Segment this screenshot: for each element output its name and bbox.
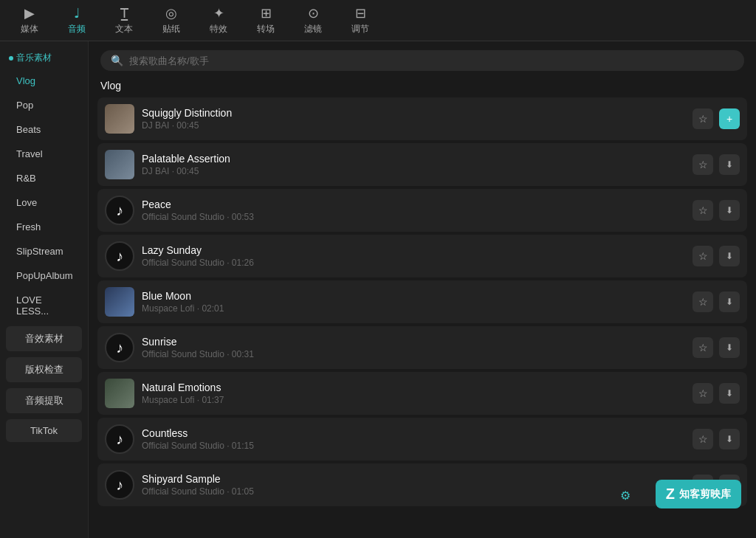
star-button[interactable]: ☆ bbox=[693, 383, 713, 404]
track-item[interactable]: Blue Moon Muspace Lofi · 02:01 ☆⬇ bbox=[97, 280, 747, 323]
sidebar-item-rnb[interactable]: R&B bbox=[4, 167, 83, 190]
add-button[interactable]: + bbox=[719, 108, 740, 129]
track-item[interactable]: ♪ Shipyard Sample Official Sound Studio … bbox=[97, 463, 747, 506]
sidebar: 音乐素材VlogPopBeatsTravelR&BLoveFreshSlipSt… bbox=[0, 41, 89, 538]
sidebar-item-popupalbum[interactable]: PopUpAlbum bbox=[4, 264, 83, 287]
track-info-lazy-sunday: Lazy Sunday Official Sound Studio · 01:2… bbox=[142, 244, 685, 268]
search-input[interactable] bbox=[129, 55, 734, 66]
star-button[interactable]: ☆ bbox=[693, 337, 713, 358]
toolbar-item-text[interactable]: T̲ 文本 bbox=[100, 1, 148, 40]
track-actions: ☆⬇ bbox=[693, 337, 740, 358]
toolbar-icon-transition: ⊞ bbox=[261, 5, 272, 21]
toolbar-item-media[interactable]: ▶ 媒体 bbox=[6, 1, 53, 40]
toolbar-label-media: 媒体 bbox=[21, 23, 38, 35]
track-info-squiggly: Squiggly Distinction DJ BAI · 00:45 bbox=[142, 107, 685, 131]
sidebar-item-slipstream[interactable]: SlipStream bbox=[4, 240, 83, 263]
download-button[interactable]: ⬇ bbox=[719, 337, 740, 358]
toolbar-icon-effects: ✦ bbox=[213, 5, 224, 21]
sidebar-section-header: 音乐素材 bbox=[0, 47, 88, 69]
track-meta: Official Sound Studio · 00:53 bbox=[142, 212, 685, 222]
toolbar-icon-text: T̲ bbox=[120, 5, 128, 21]
track-actions: ☆⬇ bbox=[693, 154, 740, 175]
star-button[interactable]: ☆ bbox=[693, 200, 713, 221]
track-meta: Official Sound Studio · 01:15 bbox=[142, 441, 685, 451]
download-button[interactable]: ⬇ bbox=[719, 154, 740, 175]
main-area: 音乐素材VlogPopBeatsTravelR&BLoveFreshSlipSt… bbox=[0, 41, 756, 538]
track-name: Sunrise bbox=[142, 336, 685, 348]
track-item[interactable]: Palatable Assertion DJ BAI · 00:45 ☆⬇ bbox=[97, 143, 747, 186]
star-button[interactable]: ☆ bbox=[693, 108, 713, 129]
sidebar-btn-extract[interactable]: 音频提取 bbox=[6, 388, 82, 413]
toolbar-item-effects[interactable]: ✦ 特效 bbox=[195, 1, 242, 40]
watermark-logo: Z bbox=[666, 486, 675, 503]
star-button[interactable]: ☆ bbox=[693, 246, 713, 266]
toolbar-label-filter: 滤镜 bbox=[304, 23, 322, 35]
star-button[interactable]: ☆ bbox=[693, 154, 713, 175]
track-actions: ☆⬇ bbox=[693, 200, 740, 221]
sidebar-item-loveless[interactable]: LOVE LESS... bbox=[4, 289, 83, 323]
toolbar-item-transition[interactable]: ⊞ 转场 bbox=[242, 1, 289, 40]
track-meta: Official Sound Studio · 00:31 bbox=[142, 349, 685, 359]
tiktok-icon: ♪ bbox=[116, 477, 123, 494]
track-name: Palatable Assertion bbox=[142, 153, 685, 165]
track-name: Blue Moon bbox=[142, 290, 685, 302]
sidebar-item-vlog[interactable]: Vlog bbox=[4, 69, 83, 92]
sidebar-item-beats[interactable]: Beats bbox=[4, 118, 83, 141]
section-dot bbox=[9, 56, 13, 61]
download-button[interactable]: ⬇ bbox=[719, 383, 740, 404]
gear-icon[interactable]: ⚙ bbox=[620, 489, 630, 503]
sidebar-btn-sfx[interactable]: 音效素材 bbox=[6, 326, 82, 351]
search-input-wrap[interactable]: 🔍 bbox=[100, 50, 744, 71]
toolbar-label-text: 文本 bbox=[115, 23, 133, 35]
sidebar-item-travel[interactable]: Travel bbox=[4, 142, 83, 165]
track-thumb-shipyard-sample: ♪ bbox=[105, 470, 134, 500]
download-button[interactable]: ⬇ bbox=[719, 200, 740, 221]
toolbar-icon-sticker: ◎ bbox=[165, 5, 177, 21]
track-item[interactable]: ♪ Sunrise Official Sound Studio · 00:31 … bbox=[97, 326, 747, 369]
sidebar-btn-copyright[interactable]: 版权检查 bbox=[6, 357, 82, 382]
toolbar-item-filter[interactable]: ⊙ 滤镜 bbox=[289, 1, 337, 40]
download-button[interactable]: ⬇ bbox=[719, 429, 740, 449]
star-button[interactable]: ☆ bbox=[693, 292, 713, 312]
track-thumb-sunrise: ♪ bbox=[105, 333, 134, 362]
section-title: Vlog bbox=[89, 77, 756, 97]
track-actions: ☆⬇ bbox=[693, 246, 740, 266]
track-name: Squiggly Distinction bbox=[142, 107, 685, 119]
track-meta: Official Sound Studio · 01:26 bbox=[142, 258, 685, 268]
track-info-sunrise: Sunrise Official Sound Studio · 00:31 bbox=[142, 336, 685, 359]
sidebar-item-fresh[interactable]: Fresh bbox=[4, 215, 83, 238]
watermark: Z 知客剪映库 bbox=[656, 480, 741, 508]
track-meta: DJ BAI · 00:45 bbox=[142, 120, 685, 131]
toolbar-item-audio[interactable]: ♩ 音频 bbox=[53, 1, 100, 40]
track-list: Squiggly Distinction DJ BAI · 00:45 ☆+ P… bbox=[89, 97, 756, 538]
track-item[interactable]: ♪ Lazy Sunday Official Sound Studio · 01… bbox=[97, 235, 747, 277]
track-thumb-squiggly bbox=[105, 104, 134, 134]
track-item[interactable]: ♪ Countless Official Sound Studio · 01:1… bbox=[97, 418, 747, 461]
toolbar-label-effects: 特效 bbox=[210, 23, 227, 35]
search-bar: 🔍 bbox=[89, 41, 756, 77]
toolbar: ▶ 媒体 ♩ 音频 T̲ 文本 ◎ 贴纸 ✦ 特效 ⊞ 转场 ⊙ 滤镜 ⊟ 调节 bbox=[0, 0, 756, 41]
download-button[interactable]: ⬇ bbox=[719, 292, 740, 312]
track-item[interactable]: Squiggly Distinction DJ BAI · 00:45 ☆+ bbox=[97, 97, 747, 140]
toolbar-icon-media: ▶ bbox=[24, 5, 35, 21]
track-item[interactable]: ♪ Peace Official Sound Studio · 00:53 ☆⬇ bbox=[97, 189, 747, 232]
sidebar-btn-tiktok[interactable]: TikTok bbox=[6, 419, 82, 442]
sidebar-item-pop[interactable]: Pop bbox=[4, 94, 83, 117]
sidebar-item-love[interactable]: Love bbox=[4, 191, 83, 214]
track-name: Natural Emotions bbox=[142, 382, 685, 393]
tiktok-icon: ♪ bbox=[116, 202, 123, 219]
tiktok-icon: ♪ bbox=[116, 248, 123, 265]
star-button[interactable]: ☆ bbox=[693, 429, 713, 449]
toolbar-icon-audio: ♩ bbox=[74, 5, 80, 21]
section-header-label: 音乐素材 bbox=[16, 52, 52, 64]
download-button[interactable]: ⬇ bbox=[719, 246, 740, 266]
toolbar-item-adjust[interactable]: ⊟ 调节 bbox=[337, 1, 384, 40]
track-meta: Muspace Lofi · 02:01 bbox=[142, 303, 685, 314]
track-item[interactable]: Natural Emotions Muspace Lofi · 01:37 ☆⬇ bbox=[97, 372, 747, 415]
track-info-countless: Countless Official Sound Studio · 01:15 bbox=[142, 427, 685, 451]
toolbar-icon-filter: ⊙ bbox=[308, 5, 319, 21]
tiktok-icon: ♪ bbox=[116, 339, 123, 356]
track-meta: Official Sound Studio · 01:05 bbox=[142, 486, 685, 497]
track-meta: DJ BAI · 00:45 bbox=[142, 166, 685, 176]
toolbar-item-sticker[interactable]: ◎ 贴纸 bbox=[148, 1, 195, 40]
